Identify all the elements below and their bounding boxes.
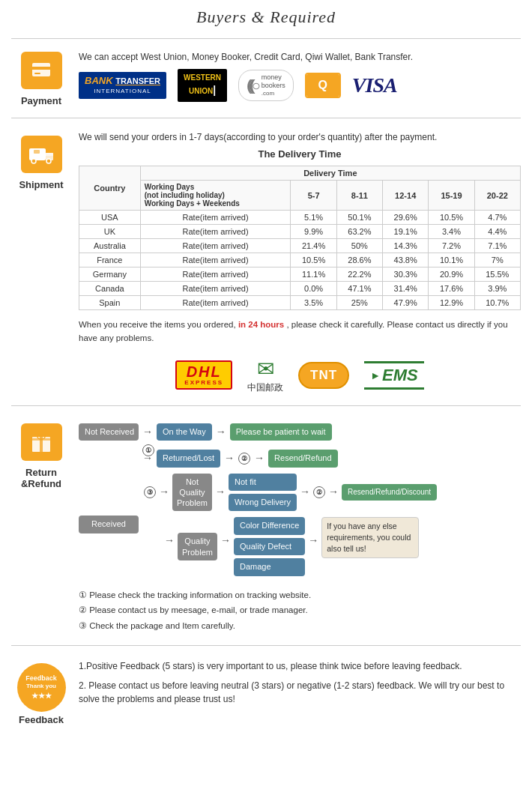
return-refund-icon-box — [21, 423, 62, 461]
svg-rect-11 — [40, 435, 43, 452]
be-patient-box: Please be patient to wait — [230, 423, 332, 441]
china-post-logo: ✉ 中国邮政 — [247, 357, 283, 394]
pct-cell: 0.0% — [291, 282, 336, 296]
rate-cell: Rate(item arrived) — [140, 253, 291, 267]
return-note-3: ③ Check the package and Item carefully. — [79, 618, 521, 634]
quality-problem-box: QualityProblem — [178, 533, 217, 560]
delivery-note-highlight: in 24 hours — [238, 320, 284, 329]
col-header-8-11: 8-11 — [336, 181, 382, 211]
shipment-section: Shipment We will send your orders in 1-7… — [11, 132, 521, 406]
pct-cell: 7.1% — [474, 239, 520, 253]
return-note-2: ② Please contact us by meesage, e-mail, … — [79, 602, 521, 618]
pct-cell: 63.2% — [336, 225, 382, 239]
shipment-icon — [28, 142, 55, 166]
pct-cell: 30.3% — [383, 267, 429, 282]
country-cell: France — [79, 253, 141, 267]
pct-cell: 9.9% — [291, 225, 336, 239]
country-cell: USA — [79, 211, 141, 225]
rate-cell: Rate(item arrived) — [140, 239, 291, 253]
rate-cell: Rate(item arrived) — [140, 211, 291, 225]
pct-cell: 4.7% — [474, 211, 520, 225]
pct-cell: 3.4% — [429, 225, 474, 239]
pct-cell: 12.9% — [429, 296, 474, 310]
bank-transfer-logo: BANK TRANSFER INTERNATIONAL — [79, 71, 166, 100]
shipment-icon-area: Shipment — [11, 132, 71, 190]
not-quality-box: NotQualityProblem — [172, 474, 212, 512]
feedback-icon-text: Feedback Thank you ★★★ — [25, 674, 57, 701]
delivery-note: When you receive the items you ordered, … — [79, 318, 521, 345]
pct-cell: 43.8% — [383, 253, 429, 267]
country-cell: Spain — [79, 296, 141, 310]
col-header-12-14: 12-14 — [383, 181, 429, 211]
col-header-rate-type: Working Days(not including holiday)Worki… — [140, 181, 291, 211]
pct-cell: 3.5% — [291, 296, 336, 310]
pct-cell: 50% — [336, 239, 382, 253]
pct-cell: 19.1% — [383, 225, 429, 239]
svg-rect-2 — [34, 73, 40, 74]
pct-cell: 14.3% — [383, 239, 429, 253]
feedback-icon-circle: Feedback Thank you ★★★ — [17, 663, 66, 712]
rate-cell: Rate(item arrived) — [140, 267, 291, 282]
return-refund-icon-area: Return &Refund — [11, 420, 71, 489]
rate-cell: Rate(item arrived) — [140, 225, 291, 239]
rate-cell: Rate(item arrived) — [140, 282, 291, 296]
resend-refund-discount-box: Resend/Refund/Discount — [342, 484, 437, 501]
return-refund-content: Not Received → On the Way → Please be pa… — [71, 420, 521, 634]
pct-cell: 10.1% — [429, 253, 474, 267]
tnt-logo: TNT — [298, 362, 349, 389]
shipment-label: Shipment — [19, 179, 63, 190]
pct-cell: 4.4% — [474, 225, 520, 239]
dhl-logo: DHL EXPRESS — [175, 360, 232, 390]
pct-cell: 5.1% — [291, 211, 336, 225]
col-header-15-19: 15-19 — [429, 181, 474, 211]
on-the-way-box: On the Way — [157, 423, 212, 441]
damage-box: Damage — [234, 558, 305, 575]
delivery-title: The Delivery Time — [79, 148, 521, 160]
svg-marker-5 — [46, 153, 53, 156]
wrong-delivery-box: Wrong Delivery — [229, 494, 297, 511]
country-cell: Germany — [79, 267, 141, 282]
delivery-note-before: When you receive the items you ordered, — [79, 320, 236, 329]
extra-requirements-box: If you have any else requirements, you c… — [321, 517, 419, 557]
return-note-1: ① Please check the tracking information … — [79, 587, 521, 603]
delivery-table: Country Delivery Time Working Days(not i… — [79, 166, 521, 310]
pct-cell: 10.7% — [474, 296, 520, 310]
col-header-5-7: 5-7 — [291, 181, 336, 211]
table-row: GermanyRate(item arrived)11.1%22.2%30.3%… — [79, 267, 521, 282]
svg-rect-1 — [32, 67, 50, 70]
pct-cell: 17.6% — [429, 282, 474, 296]
feedback-point2: 2. Please contact us before leaving neut… — [79, 679, 521, 706]
payment-logos-row: BANK TRANSFER INTERNATIONAL WESTERN UNIO… — [79, 71, 521, 100]
table-row: FranceRate(item arrived)10.5%28.6%43.8%1… — [79, 253, 521, 267]
page-title: Buyers & Required — [11, 7, 521, 27]
shipment-intro: We will send your orders in 1-7 days(acc… — [79, 132, 521, 142]
payment-description: We can accept West Union, Money Booker, … — [79, 52, 521, 62]
table-row: USARate(item arrived)5.1%50.1%29.6%10.5%… — [79, 211, 521, 225]
return-refund-section: Return &Refund Not Received → On the Way… — [11, 420, 521, 646]
circle-2-bottom: ② — [313, 486, 325, 498]
circle-2-top: ② — [238, 453, 250, 465]
svg-rect-8 — [34, 150, 40, 154]
ems-logo: ►EMS — [364, 361, 424, 390]
table-row: AustraliaRate(item arrived)21.4%50%14.3%… — [79, 239, 521, 253]
pct-cell: 7.2% — [429, 239, 474, 253]
feedback-label: Feedback — [19, 714, 64, 725]
western-union-logo: WESTERN UNION| — [178, 71, 227, 100]
pct-cell: 50.1% — [336, 211, 382, 225]
not-received-box: Not Received — [79, 423, 139, 441]
qiwi-logo: Q — [305, 71, 341, 100]
pct-cell: 21.4% — [291, 239, 336, 253]
carrier-logos-row: DHL EXPRESS ✉ 中国邮政 TNT ►EMS — [79, 357, 521, 394]
payment-icon-area: Payment — [11, 48, 71, 106]
pct-cell: 20.9% — [429, 267, 474, 282]
payment-icon — [29, 58, 53, 82]
country-cell: Australia — [79, 239, 141, 253]
color-difference-box: Color Difference — [234, 517, 305, 534]
pct-cell: 25% — [336, 296, 382, 310]
return-refund-label: Return &Refund — [11, 467, 71, 489]
feedback-content: 1.Positive Feedback (5 stars) is very im… — [71, 659, 521, 706]
rate-cell: Rate(item arrived) — [140, 296, 291, 310]
pct-cell: 28.6% — [336, 253, 382, 267]
country-cell: UK — [79, 225, 141, 239]
pct-cell: 47.1% — [336, 282, 382, 296]
